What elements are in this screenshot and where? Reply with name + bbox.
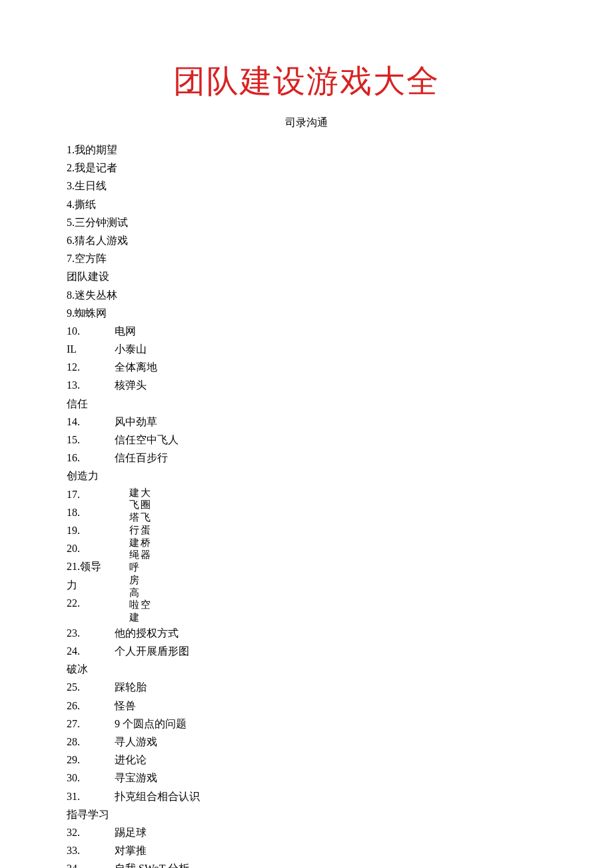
- toc-item-number: 9.: [67, 304, 75, 322]
- toc-item-number: 26.: [67, 697, 115, 715]
- toc-item-number: 34.: [67, 859, 115, 868]
- toc-item-number: 3.: [67, 177, 75, 195]
- toc-item-number: 23.: [67, 624, 115, 642]
- vertical-char: 高: [129, 587, 139, 599]
- toc-item-text: 9 个圆点的问题: [115, 715, 546, 733]
- toc-item-text: 小泰山: [115, 340, 546, 358]
- vertical-char: 建: [129, 611, 139, 624]
- vertical-char: 蛋: [141, 524, 151, 537]
- toc-item: 29.进化论: [67, 751, 546, 769]
- vertical-char: 呼: [129, 561, 139, 574]
- toc-item-text: 扑克组合相合认识: [115, 787, 546, 805]
- toc-item-number: 22.: [67, 594, 115, 612]
- toc-item-text: 怪兽: [115, 697, 546, 715]
- toc-item: 26.怪兽: [67, 697, 546, 715]
- document-subtitle: 司录沟通: [67, 116, 546, 130]
- vertical-char: 大: [141, 487, 151, 499]
- toc-item: IL小泰山: [67, 340, 546, 358]
- toc-item-number: 25.: [67, 678, 115, 696]
- vertical-char: 啦: [129, 599, 139, 611]
- toc-item-text: 三分钟测试: [75, 213, 546, 231]
- toc-item-text: 进化论: [115, 751, 546, 769]
- toc-item-number: 12.: [67, 358, 115, 376]
- toc-group-6: 32.踢足球33.对掌推34.自我 SWoT 分析35.学习的障碍36.不考试的…: [67, 823, 546, 868]
- toc-item-text: 核弹头: [115, 376, 546, 394]
- toc-item-text: 风中劲草: [115, 413, 546, 431]
- toc-item: 4.撕纸: [67, 195, 546, 213]
- section-heading: 指寻学习: [67, 805, 546, 823]
- toc-item-text: 自我 SWoT 分析: [115, 859, 546, 868]
- toc-item: 31.扑克组合相合认识: [67, 787, 546, 805]
- toc-item-number: 1.: [67, 141, 75, 159]
- toc-item-number: 32.: [67, 823, 115, 841]
- toc-item-text: 空方阵: [75, 249, 546, 267]
- toc-item-number: 18.: [67, 503, 115, 521]
- toc-item-text: 个人开展盾形图: [115, 642, 546, 660]
- section-heading: 信任: [67, 395, 546, 413]
- vertical-char: [141, 587, 151, 599]
- toc-group-5: 25.踩轮胎26.怪兽27.9 个圆点的问题28.寻人游戏29.进化论30.寻宝…: [67, 678, 546, 805]
- creative-numbers: 17.18.19.20.21.领导力22.: [67, 485, 115, 612]
- toc-item-text: 信任百步行: [115, 449, 546, 467]
- toc-item-number: 33.: [67, 841, 115, 859]
- toc-item: 30.寻宝游戏: [67, 769, 546, 787]
- toc-item: 6.猜名人游戏: [67, 231, 546, 249]
- toc-item-text: 他的授权方式: [115, 624, 546, 642]
- toc-item: 1.我的期望: [67, 141, 546, 159]
- toc-item-number: 4.: [67, 195, 75, 213]
- toc-item-number: 27.: [67, 715, 115, 733]
- toc-item: 8.迷失丛林: [67, 286, 546, 304]
- toc-item: 32.踢足球: [67, 823, 546, 841]
- toc-item: 2.我是记者: [67, 159, 546, 177]
- section-heading: 破冰: [67, 660, 546, 678]
- toc-group-4: 23.他的授权方式24.个人开展盾形图: [67, 624, 546, 660]
- vertical-char: 圈: [141, 499, 151, 511]
- creative-col1: 建飞塔行建绳呼房高啦建: [129, 487, 139, 624]
- toc-group-3: 14.风中劲草15.信任空中飞人16.信任百步行: [67, 413, 546, 467]
- toc-item-number: 6.: [67, 231, 75, 249]
- toc-item-number: 30.: [67, 769, 115, 787]
- toc-item-number: 21.领导: [67, 557, 115, 575]
- vertical-char: 建: [129, 537, 139, 549]
- toc-item: 25.踩轮胎: [67, 678, 546, 696]
- vertical-char: 桥: [141, 537, 151, 549]
- toc-item-number: 15.: [67, 431, 115, 449]
- toc-group-2: 8.迷失丛林9.蜘蛛网10.电网IL小泰山12.全体离地13.核弹头: [67, 286, 546, 395]
- creative-col2: 大圈飞蛋桥器 空: [141, 487, 151, 624]
- toc-item: 9.蜘蛛网: [67, 304, 546, 322]
- creative-block: 17.18.19.20.21.领导力22. 建飞塔行建绳呼房高啦建 大圈飞蛋桥器…: [67, 485, 546, 624]
- table-of-contents: 1.我的期望2.我是记者3.生日线4.撕纸5.三分钟测试6.猜名人游戏7.空方阵…: [67, 141, 546, 868]
- toc-item-text: 踢足球: [115, 823, 546, 841]
- toc-item-text: 撕纸: [75, 195, 546, 213]
- toc-item: 23.他的授权方式: [67, 624, 546, 642]
- toc-item: 33.对掌推: [67, 841, 546, 859]
- toc-item: 5.三分钟测试: [67, 213, 546, 231]
- toc-item-number: 10.: [67, 322, 115, 340]
- toc-item-number: 16.: [67, 449, 115, 467]
- toc-item: 24.个人开展盾形图: [67, 642, 546, 660]
- toc-item-text: 踩轮胎: [115, 678, 546, 696]
- toc-item: 27.9 个圆点的问题: [67, 715, 546, 733]
- toc-item: 7.空方阵: [67, 249, 546, 267]
- vertical-char: 器: [141, 549, 151, 561]
- toc-item-text: 电网: [115, 322, 546, 340]
- toc-item: 14.风中劲草: [67, 413, 546, 431]
- vertical-char: 空: [141, 599, 151, 611]
- toc-item-text: 寻人游戏: [115, 733, 546, 751]
- toc-item-text: 我的期望: [75, 141, 546, 159]
- toc-group-1: 1.我的期望2.我是记者3.生日线4.撕纸5.三分钟测试6.猜名人游戏7.空方阵: [67, 141, 546, 267]
- document-title: 团队建设游戏大全: [67, 60, 546, 103]
- toc-item: 16.信任百步行: [67, 449, 546, 467]
- toc-item: 15.信任空中飞人: [67, 431, 546, 449]
- toc-item: 28.寻人游戏: [67, 733, 546, 751]
- section-heading: 团队建设: [67, 267, 546, 285]
- toc-item-text: 生日线: [75, 177, 546, 195]
- toc-item-text: 寻宝游戏: [115, 769, 546, 787]
- vertical-char: [141, 574, 151, 587]
- toc-item-number: 29.: [67, 751, 115, 769]
- vertical-char: 飞: [141, 511, 151, 524]
- vertical-char: [141, 611, 151, 624]
- toc-item-number: 20.: [67, 539, 115, 557]
- toc-item-text: 对掌推: [115, 841, 546, 859]
- toc-item-text: 蜘蛛网: [75, 304, 546, 322]
